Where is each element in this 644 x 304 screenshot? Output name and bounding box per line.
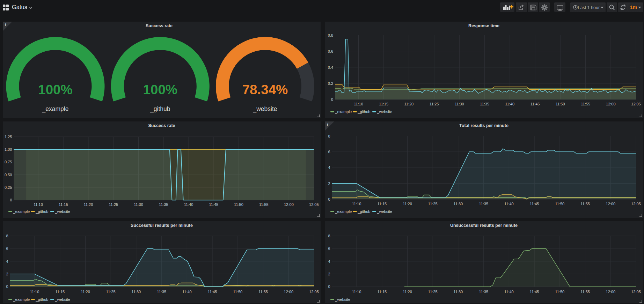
svg-text:2: 2 [328,181,330,186]
svg-text:11:55: 11:55 [259,202,269,207]
svg-text:0.6: 0.6 [328,49,333,53]
svg-text:11:15: 11:15 [59,202,68,207]
svg-text:11:40: 11:40 [504,202,514,206]
svg-text:2: 2 [328,272,330,276]
svg-text:_website: _website [335,297,350,302]
svg-text:11:55: 11:55 [580,202,590,206]
svg-text:_website: _website [377,110,392,114]
svg-text:11:30: 11:30 [134,202,143,207]
svg-text:11:25: 11:25 [430,102,439,106]
svg-text:11:40: 11:40 [504,290,514,294]
svg-text:0.25: 0.25 [5,185,12,190]
svg-text:11:35: 11:35 [480,102,489,106]
svg-text:_example: _example [335,209,352,214]
svg-text:0: 0 [6,284,8,289]
svg-text:1.00: 1.00 [5,147,12,151]
svg-text:4: 4 [6,259,8,264]
svg-text:1m: 1m [630,5,637,10]
svg-text:11:10: 11:10 [34,202,43,207]
svg-text:11:50: 11:50 [234,202,243,207]
svg-text:12:05: 12:05 [309,202,319,207]
svg-text:0: 0 [328,284,330,289]
svg-text:_github: _github [35,209,48,214]
svg-text:11:15: 11:15 [377,290,387,294]
svg-text:0.4: 0.4 [328,65,333,69]
svg-text:11:25: 11:25 [109,202,118,207]
svg-text:11:15: 11:15 [379,102,388,106]
svg-text:8: 8 [328,234,330,238]
svg-text:11:20: 11:20 [84,202,93,207]
svg-text:11:25: 11:25 [428,290,438,294]
svg-text:0.75: 0.75 [5,160,12,164]
svg-text:11:15: 11:15 [377,202,387,206]
svg-text:6: 6 [6,246,8,251]
svg-text:0.50: 0.50 [5,173,12,177]
svg-text:11:10: 11:10 [352,290,361,294]
svg-text:11:50: 11:50 [555,290,564,294]
svg-text:11:30: 11:30 [455,102,464,106]
svg-text:11:30: 11:30 [132,290,141,294]
svg-text:11:40: 11:40 [182,290,192,294]
svg-text:_github: _github [357,110,370,114]
svg-text:11:20: 11:20 [404,102,414,106]
svg-text:11:55: 11:55 [581,102,590,106]
svg-text:_website: _website [377,209,392,214]
svg-text:8: 8 [6,234,8,238]
svg-text:11:25: 11:25 [106,290,116,294]
svg-text:11:35: 11:35 [157,290,166,294]
svg-text:11:40: 11:40 [505,102,515,106]
svg-text:12:05: 12:05 [631,202,641,206]
svg-text:_website: _website [253,105,277,113]
svg-text:2: 2 [6,272,8,276]
svg-text:0: 0 [10,198,12,202]
svg-text:11:55: 11:55 [580,290,590,294]
svg-text:11:45: 11:45 [530,290,539,294]
svg-text:11:50: 11:50 [233,290,242,294]
svg-text:_website: _website [55,209,70,214]
svg-text:_github: _github [357,209,370,214]
svg-text:11:45: 11:45 [530,202,539,206]
svg-text:11:30: 11:30 [454,202,463,206]
svg-text:12:05: 12:05 [309,290,319,294]
svg-text:11:10: 11:10 [354,102,363,106]
svg-text:_website: _website [55,297,70,302]
svg-text:11:45: 11:45 [208,290,217,294]
svg-text:12:00: 12:00 [284,202,294,207]
svg-text:100%: 100% [143,82,177,97]
svg-text:12:05: 12:05 [631,290,641,294]
svg-text:11:10: 11:10 [30,290,39,294]
svg-text:0.2: 0.2 [328,81,333,86]
svg-text:_github: _github [35,297,48,302]
svg-text:11:50: 11:50 [556,102,565,106]
svg-text:12:00: 12:00 [606,290,616,294]
svg-text:Last 1 hour: Last 1 hour [578,5,600,10]
svg-text:11:10: 11:10 [352,202,361,206]
svg-text:4: 4 [328,259,330,264]
svg-text:0: 0 [331,97,333,102]
svg-text:_example: _example [13,209,30,214]
svg-text:11:35: 11:35 [479,202,488,206]
svg-text:12:00: 12:00 [284,290,294,294]
svg-text:11:55: 11:55 [258,290,268,294]
svg-text:78.34%: 78.34% [242,82,288,97]
svg-text:11:35: 11:35 [479,290,488,294]
svg-text:11:40: 11:40 [184,202,193,207]
svg-text:_example: _example [13,297,30,302]
svg-text:12:00: 12:00 [606,102,616,106]
svg-text:11:45: 11:45 [209,202,218,207]
svg-text:11:20: 11:20 [81,290,90,294]
svg-text:_example: _example [42,105,69,113]
svg-text:12:00: 12:00 [606,202,616,206]
svg-text:11:25: 11:25 [428,202,438,206]
svg-text:11:35: 11:35 [159,202,168,207]
svg-text:11:45: 11:45 [530,102,540,106]
svg-text:0: 0 [328,197,330,201]
svg-text:11:50: 11:50 [555,202,564,206]
svg-text:11:30: 11:30 [454,290,463,294]
svg-text:1.25: 1.25 [5,135,12,139]
svg-text:_github: _github [150,105,170,113]
svg-text:0.8: 0.8 [328,33,333,37]
svg-text:12:05: 12:05 [631,102,641,106]
svg-text:11:20: 11:20 [403,202,412,206]
svg-text:8: 8 [328,134,330,138]
